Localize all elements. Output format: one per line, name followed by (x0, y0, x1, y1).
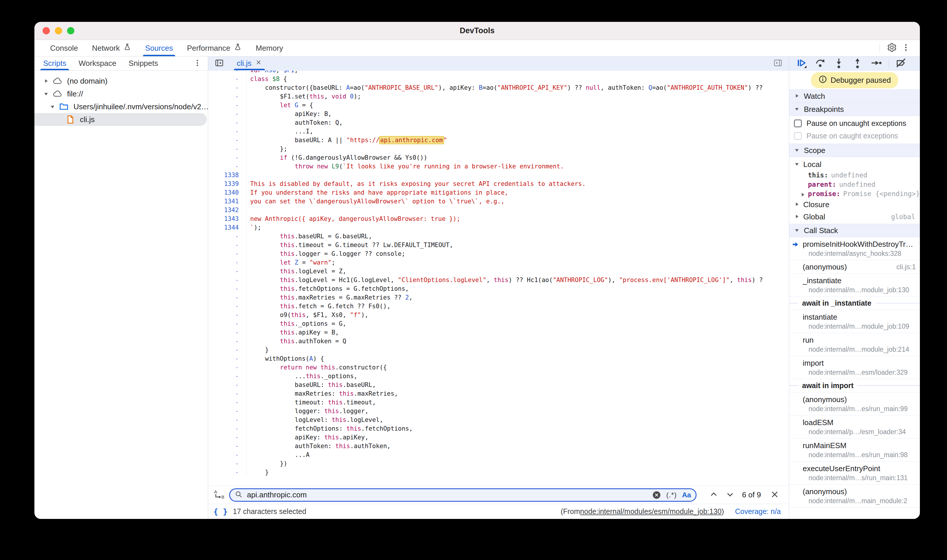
code-line[interactable]: -$F1.set(this, void 0); (208, 92, 789, 101)
code-line[interactable]: -fetchOptions: this.fetchOptions, (208, 424, 789, 433)
step-button[interactable] (868, 57, 884, 70)
gutter-cell[interactable]: - (208, 424, 247, 433)
gutter-cell[interactable]: - (208, 346, 247, 354)
code-line[interactable]: -}; (208, 145, 789, 153)
section-breakpoints[interactable]: Breakpoints (789, 103, 920, 116)
code-line[interactable]: -baseURL: this.baseURL, (208, 380, 789, 389)
gutter-cell[interactable]: - (208, 109, 247, 118)
gutter-cell[interactable]: - (208, 311, 247, 319)
gutter-cell[interactable]: 1341 (208, 197, 247, 206)
deactivate-breakpoints-button[interactable] (893, 57, 909, 70)
more-options-button[interactable] (899, 41, 913, 55)
scope-variable[interactable]: promise:Promise {<pending>} (789, 189, 920, 198)
gutter-cell[interactable]: - (208, 319, 247, 328)
scope-variable[interactable]: this:undefined (789, 171, 920, 180)
code-line[interactable]: -} (208, 346, 789, 354)
call-stack-frame[interactable]: loadESMnode:internal/p…/esm_loader:34 (789, 415, 920, 438)
call-stack-frame[interactable]: executeUserEntryPointnode:internal/m…s/r… (789, 462, 920, 485)
code-line[interactable]: -maxRetries: this.maxRetries, (208, 389, 789, 398)
code-line[interactable]: -apiKey: this.apiKey, (208, 433, 789, 442)
tree-item-cli-js[interactable]: cli.js (34, 113, 207, 126)
code-line[interactable]: -var Xs0, $F1; (208, 71, 789, 75)
gutter-cell[interactable]: - (208, 337, 247, 346)
code-line[interactable]: -this.authToken = Q (208, 337, 789, 346)
call-stack-frame[interactable]: (anonymous)cli.js:1 (789, 260, 920, 274)
code-line[interactable]: 1338 (208, 171, 789, 180)
code-line[interactable]: -authToken: Q, (208, 118, 789, 127)
section-scope[interactable]: Scope (789, 144, 920, 157)
gutter-cell[interactable]: - (208, 442, 247, 451)
gutter-cell[interactable]: 1343 (208, 214, 247, 223)
code-line[interactable]: -} (208, 468, 789, 477)
gutter-cell[interactable]: - (208, 275, 247, 285)
gutter-cell[interactable]: - (208, 83, 247, 92)
tab-sources[interactable]: Sources (138, 40, 180, 56)
code-line[interactable]: 1343new Anthropic({ apiKey, dangerouslyA… (208, 214, 789, 223)
gutter-cell[interactable]: - (208, 101, 247, 109)
settings-button[interactable] (885, 41, 899, 55)
code-line[interactable]: -this.logger = G.logger ?? console; (208, 249, 789, 258)
collapse-debugger-button[interactable] (771, 57, 785, 71)
chevron-right-icon[interactable] (42, 78, 51, 84)
gutter-cell[interactable]: - (208, 232, 247, 241)
code-line[interactable]: -this._options = G, (208, 319, 789, 328)
gutter-cell[interactable]: - (208, 407, 247, 415)
tab-network[interactable]: Network (85, 40, 138, 56)
gutter-cell[interactable]: - (208, 415, 247, 424)
collapse-navigator-button[interactable] (212, 57, 226, 71)
tree-item--no-domain-[interactable]: (no domain) (34, 75, 208, 88)
clear-search-button[interactable] (652, 491, 661, 499)
chevron-right-icon[interactable] (800, 191, 805, 198)
breakpoint-option[interactable]: Pause on uncaught exceptions (789, 117, 920, 130)
checkbox[interactable] (794, 132, 802, 140)
gutter-cell[interactable]: - (208, 293, 247, 302)
code-line[interactable]: -logger: this.logger, (208, 407, 789, 415)
scope-variable[interactable]: parent:undefined (789, 180, 920, 189)
gutter-cell[interactable]: - (208, 285, 247, 293)
step-over-button[interactable] (812, 57, 828, 70)
gutter-cell[interactable]: - (208, 468, 247, 477)
call-stack-frame[interactable]: (anonymous)node:internal/m…main_module:2 (789, 485, 920, 508)
call-stack-frame[interactable]: _instantiatenode:internal/m…module_job:1… (789, 274, 920, 297)
code-line[interactable]: -this.fetch = G.fetch ?? Fs0(), (208, 302, 789, 311)
editor-tab-clijs[interactable]: cli.js (231, 57, 268, 70)
step-out-button[interactable] (849, 57, 866, 70)
gutter-cell[interactable]: - (208, 241, 247, 249)
code-line[interactable]: -logLevel: this.logLevel, (208, 415, 789, 424)
code-line[interactable]: 1339This is disabled by default, as it r… (208, 180, 789, 188)
tab-performance[interactable]: Performance (180, 40, 249, 56)
gutter-cell[interactable]: 1338 (208, 171, 247, 180)
gutter-cell[interactable]: - (208, 433, 247, 442)
code-line[interactable]: -this.logLevel = Hc1(G.logLevel, "Client… (208, 275, 789, 285)
pretty-print-icon[interactable]: { } (213, 507, 228, 516)
code-line[interactable]: -apiKey: B, (208, 109, 789, 118)
next-result-button[interactable] (723, 488, 737, 502)
code-line[interactable]: -if (!G.dangerouslyAllowBrowser && Ys0()… (208, 153, 789, 162)
code-line[interactable]: -...A (208, 451, 789, 459)
code-line[interactable]: -baseURL: A || "https://api.anthropic.co… (208, 136, 789, 145)
code-line[interactable]: -}) (208, 459, 789, 468)
section-watch[interactable]: Watch (789, 89, 920, 103)
gutter-cell[interactable]: - (208, 372, 247, 380)
search-query[interactable]: api.anthropic.com (247, 490, 647, 499)
code-line[interactable]: -this.maxRetries = G.maxRetries ?? 2, (208, 293, 789, 302)
scope-group-global[interactable]: Globalglobal (789, 211, 920, 223)
gutter-cell[interactable]: - (208, 71, 247, 75)
code-line[interactable]: -...this._options, (208, 372, 789, 380)
code-line[interactable]: 1341you can set the \`dangerouslyAllowBr… (208, 197, 789, 206)
code-line[interactable]: -this.baseURL = G.baseURL, (208, 232, 789, 241)
code-line[interactable]: -let G = { (208, 101, 789, 109)
call-stack-frame[interactable]: runnode:internal/m…module_job:214 (789, 333, 920, 356)
coverage-link[interactable]: Coverage: n/a (735, 507, 781, 516)
code-line[interactable]: -this.logLevel = Z, (208, 267, 789, 275)
gutter-cell[interactable]: - (208, 127, 247, 136)
resume-button[interactable] (793, 57, 810, 70)
gutter-cell[interactable]: 1339 (208, 180, 247, 188)
gutter-cell[interactable]: - (208, 258, 247, 267)
code-line[interactable]: -withOptions(A) { (208, 354, 789, 363)
call-stack-frame[interactable]: (anonymous)node:internal/m…es/run_main:9… (789, 392, 920, 415)
gutter-cell[interactable]: - (208, 380, 247, 389)
gutter-cell[interactable]: - (208, 363, 247, 372)
gutter-cell[interactable]: 1340 (208, 188, 247, 197)
gutter-cell[interactable]: - (208, 267, 247, 275)
